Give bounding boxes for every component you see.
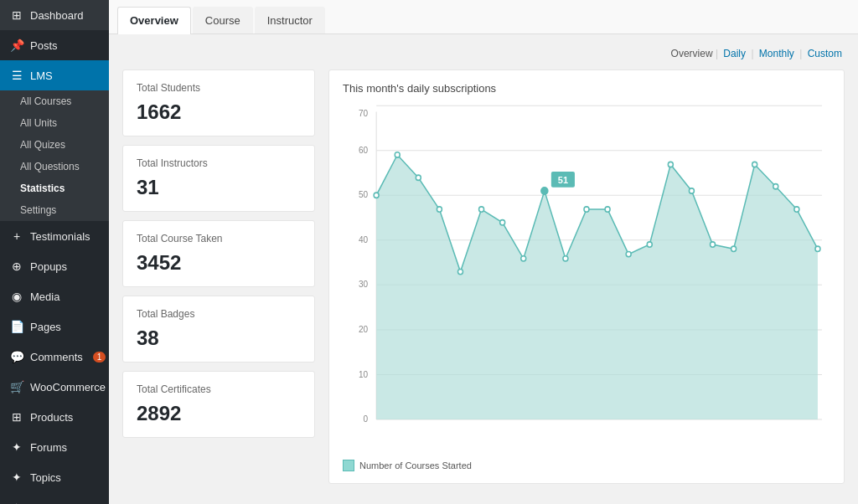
lms-icon: ☰ (10, 69, 23, 82)
sidebar-item-testimonials[interactable]: + Testimonials (0, 221, 109, 251)
sidebar-item-lms[interactable]: ☰ LMS (0, 60, 109, 90)
stat-value-badges: 38 (137, 327, 301, 350)
chart-point (395, 152, 400, 157)
filter-sep2: | (751, 48, 756, 59)
comments-icon: 💬 (10, 350, 23, 363)
content-area: Overview | Daily | Monthly | Custom Tota… (109, 34, 858, 504)
stat-card-certificates: Total Certificates 2892 (122, 371, 315, 438)
sidebar-item-products[interactable]: ⊞ Products (0, 402, 109, 432)
sidebar: ⊞ Dashboard 📌 Posts ☰ LMS All Courses Al… (0, 0, 109, 504)
chart-point (731, 246, 737, 251)
tab-course[interactable]: Course (193, 7, 253, 33)
sidebar-item-all-questions[interactable]: All Questions (0, 156, 109, 177)
chart-point (668, 162, 673, 167)
posts-icon: 📌 (10, 39, 23, 52)
sidebar-item-statistics[interactable]: Statistics (0, 177, 109, 199)
chart-point (711, 242, 716, 247)
chart-point (605, 207, 610, 212)
popups-icon: ⊕ (10, 260, 23, 273)
svg-text:10: 10 (359, 369, 368, 378)
dashboard-icon: ⊞ (10, 8, 23, 22)
sidebar-item-posts[interactable]: 📌 Posts (0, 30, 109, 60)
svg-text:60: 60 (359, 146, 368, 155)
filter-monthly-link[interactable]: Monthly (759, 48, 794, 59)
sidebar-item-topics[interactable]: ✦ Topics (0, 462, 109, 492)
svg-text:30: 30 (359, 280, 368, 289)
testimonials-icon: + (10, 229, 23, 243)
replies-icon: ✦ (10, 501, 23, 504)
chart-point (457, 269, 463, 274)
chart-point (563, 256, 568, 261)
svg-text:50: 50 (359, 190, 368, 199)
sidebar-item-all-courses[interactable]: All Courses (0, 90, 109, 112)
comments-badge: 1 (93, 352, 106, 363)
sidebar-item-woocommerce[interactable]: 🛒 WooCommerce (0, 372, 109, 402)
chart-point (815, 246, 820, 251)
sidebar-item-settings[interactable]: Settings (0, 199, 109, 221)
stat-card-course-taken: Total Course Taken 3452 (122, 220, 315, 287)
chart-point (773, 184, 778, 189)
legend-color-box (343, 460, 354, 471)
products-icon: ⊞ (10, 410, 23, 424)
filter-row: Overview | Daily | Monthly | Custom (122, 48, 845, 59)
woocommerce-icon: 🛒 (10, 380, 23, 393)
topics-icon: ✦ (10, 471, 23, 484)
stat-card-instructors: Total Instructors 31 (122, 145, 315, 212)
sidebar-item-pages[interactable]: 📄 Pages (0, 311, 109, 342)
filter-overview-label: Overview (671, 48, 713, 59)
sidebar-item-comments[interactable]: 💬 Comments 1 (0, 342, 109, 372)
sidebar-item-all-units[interactable]: All Units (0, 112, 109, 134)
main-area: Overview Course Instructor Overview | Da… (109, 0, 858, 504)
chart-point-active (541, 188, 548, 194)
chart-point (647, 242, 652, 247)
stat-label-badges: Total Badges (137, 308, 301, 320)
chart-point (584, 207, 589, 212)
forums-icon: ✦ (10, 440, 23, 454)
filter-sep1: | (716, 48, 721, 59)
stat-label-students: Total Students (137, 82, 301, 94)
sidebar-item-forums[interactable]: ✦ Forums (0, 432, 109, 462)
filter-sep3: | (799, 48, 804, 59)
svg-text:70: 70 (359, 109, 368, 118)
stat-value-instructors: 31 (137, 176, 301, 199)
stat-value-certificates: 2892 (137, 402, 301, 425)
chart-point (500, 220, 505, 225)
stat-label-course-taken: Total Course Taken (137, 233, 301, 244)
sidebar-item-replies[interactable]: ✦ Replies (0, 492, 109, 504)
chart-point (626, 251, 631, 256)
stat-label-certificates: Total Certificates (137, 383, 301, 395)
chart-area (376, 155, 818, 419)
chart-point (416, 175, 421, 180)
sidebar-item-popups[interactable]: ⊕ Popups (0, 251, 109, 281)
stat-card-students: Total Students 1662 (122, 69, 315, 136)
lms-submenu: All Courses All Units All Quizes All Que… (0, 90, 109, 221)
stat-value-course-taken: 3452 (137, 251, 301, 275)
chart-point (689, 188, 694, 193)
stat-card-badges: Total Badges 38 (122, 296, 315, 363)
filter-custom-link[interactable]: Custom (808, 48, 842, 59)
chart-point (521, 256, 526, 261)
chart-point (479, 207, 484, 212)
chart-svg: 0 10 20 30 40 50 60 70 (343, 103, 830, 455)
chart-point (794, 207, 799, 212)
media-icon: ◉ (10, 290, 23, 303)
svg-text:20: 20 (359, 325, 368, 334)
chart-point (752, 162, 757, 167)
chart-tooltip-value: 51 (558, 174, 568, 184)
chart-column: This month's daily subscriptions 0 10 20… (328, 69, 845, 484)
filter-daily-link[interactable]: Daily (723, 48, 746, 59)
svg-text:40: 40 (359, 235, 368, 244)
tab-overview[interactable]: Overview (117, 7, 191, 34)
legend-label: Number of Courses Started (359, 460, 472, 471)
stat-value-students: 1662 (137, 100, 301, 124)
tab-instructor[interactable]: Instructor (255, 7, 325, 33)
sidebar-item-dashboard[interactable]: ⊞ Dashboard (0, 0, 109, 30)
chart-title: This month's daily subscriptions (343, 82, 830, 95)
svg-text:0: 0 (364, 414, 369, 424)
sidebar-item-all-quizes[interactable]: All Quizes (0, 134, 109, 156)
chart-point (437, 207, 442, 212)
chart-point (374, 193, 379, 198)
chart-legend: Number of Courses Started (343, 460, 830, 471)
stat-label-instructors: Total Instructors (137, 157, 301, 169)
sidebar-item-media[interactable]: ◉ Media (0, 281, 109, 311)
